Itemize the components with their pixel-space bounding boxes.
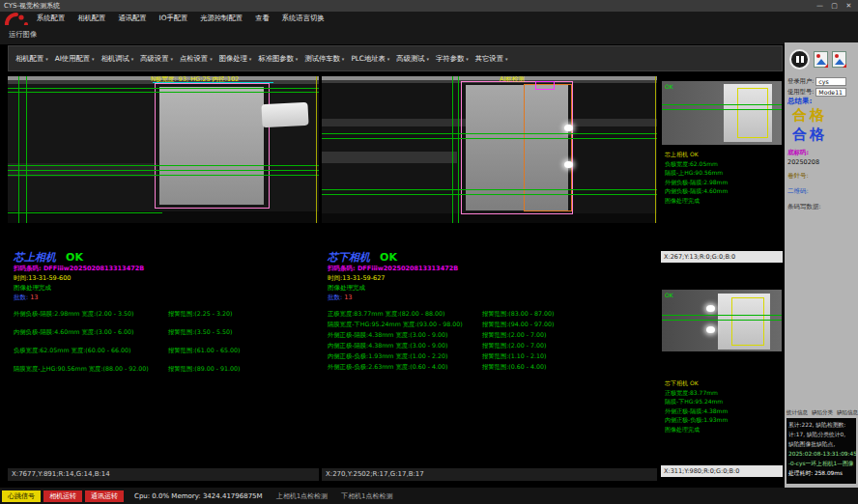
menu-item-view[interactable]: 查看 <box>255 14 270 23</box>
roi-box <box>731 297 764 346</box>
measurement-row: 负极宽度:62.05mm 宽度:(60.00 - 66.00)报警范围:(61.… <box>14 347 315 365</box>
time-text: 时间:13-31-59-600 <box>14 273 315 283</box>
thumbnail-image[interactable]: OK <box>662 290 782 351</box>
toolbar-tab-camera-debug[interactable]: 相机调试▾ <box>101 54 134 64</box>
result-top-text: 合格 <box>792 106 827 125</box>
measurement-row: 外侧正极-隔膜:4.38mm 宽度:(3.00 - 9.00)报警范围:(2.0… <box>328 331 653 342</box>
toolbar-tab-ai-config[interactable]: AI使用配置▾ <box>55 54 95 64</box>
login-field[interactable]: cys <box>815 77 846 86</box>
thumb-line: 负极宽度:62.05mm <box>665 159 781 169</box>
toolbar-tab-test-stop[interactable]: 测试停车数▾ <box>304 54 344 64</box>
chevron-down-icon: ▾ <box>210 56 213 62</box>
measurement-text: 内侧负极-隔膜:4.60mm 宽度:(3.00 - 6.00) <box>14 328 133 337</box>
measurement-line <box>452 76 453 223</box>
minimize-button[interactable]: — <box>813 0 827 12</box>
camera-status-badge: 相机运转 <box>43 490 82 502</box>
camera-image-top[interactable]: N极宽度: 93; HG:25 内径:102 <box>8 76 319 223</box>
process-status: 图像处理完成 <box>14 283 315 293</box>
measurement-line <box>662 109 782 110</box>
task-bottom-camera[interactable]: 下相机1点检检测 <box>341 491 392 501</box>
model-field[interactable]: Mode11 <box>815 88 846 97</box>
result-ok-badge: OK <box>66 251 83 264</box>
camera-image-bottom[interactable]: AI标检测 <box>322 76 657 223</box>
measurement-row: 内侧负极-隔膜:4.60mm 宽度:(3.00 - 6.00)报警范围:(3.5… <box>14 328 315 347</box>
reflection-spot <box>706 326 715 333</box>
alarm-range-text: 报警范围:(61.00 - 65.00) <box>168 347 241 355</box>
camera-view-bottom: AI标检测 芯下相机 OK 扫码条码: DFFiiiw2025020813313… <box>322 76 657 481</box>
run-image-tab[interactable]: 运行图像 <box>9 30 37 40</box>
menu-item-language[interactable]: 系统语言切换 <box>282 14 325 23</box>
toolbar-tab-char-params[interactable]: 字符参数▾ <box>436 54 469 64</box>
measurement-line <box>8 212 162 213</box>
red-dot-icon <box>835 54 839 58</box>
result-bottom-text: 合格 <box>792 126 827 144</box>
tab-flag <box>261 102 308 127</box>
toolbar-tab-plc-address[interactable]: PLC地址表▾ <box>351 54 389 64</box>
tab-label: PLC地址表 <box>351 54 385 64</box>
toolbar-tab-standard-params[interactable]: 标准图参数▾ <box>258 54 298 64</box>
measurement-line <box>8 175 319 176</box>
pause-icon <box>796 56 799 63</box>
alarm-range-text: 报警范围:(1.10 - 2.10) <box>482 352 547 361</box>
maximize-button[interactable]: ▢ <box>827 0 842 12</box>
menu-item-light[interactable]: 光源控制配置 <box>200 14 243 23</box>
overlay-ok-text: OK <box>665 292 673 298</box>
barcode-label: 扫码条码: <box>14 265 42 272</box>
overlay-ai-text: AI标检测 <box>500 76 525 84</box>
toolbar-tab-spotcheck[interactable]: 点检设置▾ <box>180 54 213 64</box>
alarm-range-text: 报警范围:(2.25 - 3.20) <box>168 310 233 319</box>
measurement-row: 正极宽度:83.77mm 宽度:(82.00 - 88.00)报警范围:(83.… <box>328 310 653 321</box>
alarm-range-text: 报警范围:(83.00 - 87.00) <box>482 310 555 319</box>
roi-box <box>155 83 270 209</box>
write-data-label: 条码写数据: <box>787 203 821 211</box>
thumb-line: 隔膜-上HG:90.56mm <box>665 168 781 178</box>
cpu-memory-readout: Cpu: 0.0% Memory: 3424.41796875M <box>134 492 263 500</box>
stats-tab-defect-class[interactable]: 缺陷分类 <box>812 409 833 416</box>
toolbar-tab-advanced-test[interactable]: 高级测试▾ <box>396 54 429 64</box>
tab-label: 相机配置 <box>15 54 43 64</box>
toolbar-tab-other[interactable]: 其它设置▾ <box>475 54 508 64</box>
measurement-line <box>662 320 782 321</box>
measurement-line <box>8 92 319 93</box>
sidebar-button-row <box>785 42 858 75</box>
measurement-line <box>322 133 657 134</box>
thumb-line: 正极宽度:83.77mm <box>665 388 781 398</box>
thumb-line: 芯上相机 OK <box>665 150 781 159</box>
chevron-down-icon: ▾ <box>387 56 390 62</box>
stats-tab-summary[interactable]: 统计信息 <box>786 409 808 416</box>
result-ok-badge: OK <box>380 251 397 264</box>
menu-item-camera[interactable]: 相机配置 <box>77 14 105 23</box>
measurement-row: 隔膜宽度-下HG:95.24mm 宽度:(93.00 - 98.00)报警范围:… <box>328 321 653 331</box>
tab-label: 其它设置 <box>475 54 503 64</box>
measurement-line <box>662 315 782 316</box>
overlay-ok-text: OK <box>665 83 673 90</box>
reflection-spot <box>706 305 715 312</box>
alarm-range-text: 报警范围:(2.00 - 7.00) <box>482 331 547 340</box>
picture-icon <box>816 59 826 65</box>
thumbnail-image[interactable]: OK <box>662 81 782 145</box>
measurement-line <box>8 170 319 171</box>
alarm-range-text: 报警范围:(89.00 - 91.00) <box>168 365 241 374</box>
measurement-text: 负极宽度:62.05mm 宽度:(60.00 - 66.00) <box>14 347 131 355</box>
menu-item-system[interactable]: 系统配置 <box>37 14 65 23</box>
image-view-button-top[interactable] <box>814 51 828 68</box>
chevron-down-icon: ▾ <box>92 56 95 62</box>
batch-label: 批数: <box>14 294 28 301</box>
tab-label: 相机调试 <box>101 54 129 64</box>
toolbar-tab-image-process[interactable]: 图像处理▾ <box>219 54 252 64</box>
menu-item-comm[interactable]: 通讯配置 <box>118 14 146 23</box>
stats-tab-defect-info[interactable]: 缺陷信息 <box>837 409 858 416</box>
toolbar-tab-camera-config[interactable]: 相机配置▾ <box>15 54 48 64</box>
reel-number-label: 卷針号: <box>787 172 809 181</box>
menu-item-io[interactable]: IO手配置 <box>159 14 188 23</box>
comm-status-badge: 通讯运转 <box>85 490 124 502</box>
image-view-button-bottom[interactable] <box>832 51 846 68</box>
task-top-camera[interactable]: 上相机1点检检测 <box>276 491 328 501</box>
tab-label: AI使用配置 <box>55 54 90 64</box>
separator-line <box>655 76 656 223</box>
close-button[interactable]: ✕ <box>842 0 856 12</box>
pause-icon <box>801 56 804 63</box>
measurement-row: 隔膜宽度-上HG:90.56mm 宽度:(88.00 - 92.00)报警范围:… <box>14 365 315 383</box>
pause-button[interactable] <box>789 49 810 70</box>
toolbar-tab-advanced[interactable]: 高级设置▾ <box>140 54 173 64</box>
